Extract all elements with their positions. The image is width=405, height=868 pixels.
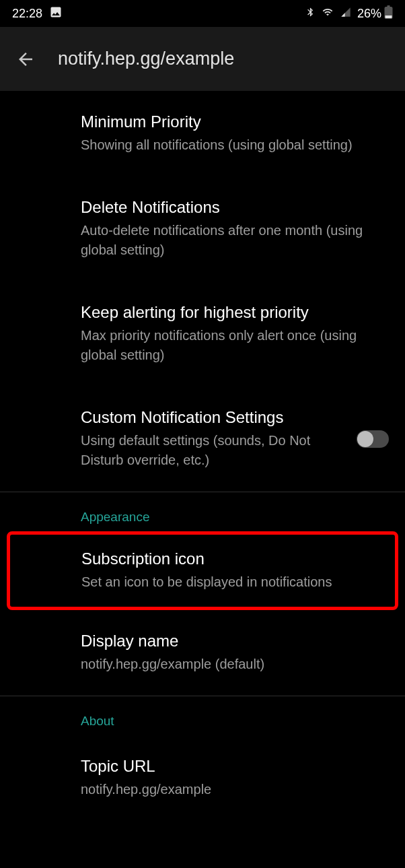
setting-subtitle: Set an icon to be displayed in notificat… xyxy=(81,572,385,592)
battery-icon xyxy=(384,5,393,22)
setting-delete-notifications[interactable]: Delete Notifications Auto-delete notific… xyxy=(0,176,405,281)
status-bar: 22:28 26% xyxy=(0,0,405,27)
setting-title: Custom Notification Settings xyxy=(81,408,343,427)
setting-custom-notification[interactable]: Custom Notification Settings Using defau… xyxy=(0,387,405,492)
status-right: 26% xyxy=(305,5,393,22)
status-left: 22:28 xyxy=(12,5,63,22)
setting-subtitle: notify.hep.gg/example (default) xyxy=(81,655,389,674)
arrow-back-icon xyxy=(15,49,36,69)
setting-keep-alerting[interactable]: Keep alerting for highest priority Max p… xyxy=(0,281,405,387)
setting-subtitle: Max priority notifications only alert on… xyxy=(81,326,389,365)
setting-title: Topic URL xyxy=(81,757,389,776)
status-time: 22:28 xyxy=(12,7,42,21)
custom-notification-toggle[interactable] xyxy=(357,430,389,448)
setting-subtitle: notify.hep.gg/example xyxy=(81,780,389,799)
setting-title: Keep alerting for highest priority xyxy=(81,303,389,322)
battery-section: 26% xyxy=(357,5,393,22)
section-header-appearance: Appearance xyxy=(0,492,405,531)
setting-topic-url[interactable]: Topic URL notify.hep.gg/example xyxy=(0,735,405,821)
signal-icon xyxy=(340,7,352,21)
app-bar: notify.hep.gg/example xyxy=(0,27,405,91)
setting-subtitle: Showing all notifications (using global … xyxy=(81,135,389,155)
setting-subtitle: Using default settings (sounds, Do Not D… xyxy=(81,431,343,470)
back-button[interactable] xyxy=(13,47,38,71)
toggle-thumb xyxy=(357,431,373,447)
bluetooth-icon xyxy=(305,6,316,22)
settings-list: Minimum Priority Showing all notificatio… xyxy=(0,91,405,821)
setting-title: Delete Notifications xyxy=(81,198,389,217)
app-title: notify.hep.gg/example xyxy=(58,48,234,69)
setting-title: Subscription icon xyxy=(81,549,385,568)
setting-subscription-icon[interactable]: Subscription icon Set an icon to be disp… xyxy=(7,531,398,610)
setting-title: Display name xyxy=(81,632,389,650)
wifi-icon xyxy=(321,7,334,21)
setting-title: Minimum Priority xyxy=(81,112,389,131)
setting-display-name[interactable]: Display name notify.hep.gg/example (defa… xyxy=(0,610,405,696)
setting-subtitle: Auto-delete notifications after one mont… xyxy=(81,221,389,260)
section-header-about: About xyxy=(0,696,405,735)
image-icon xyxy=(49,5,63,22)
battery-percent: 26% xyxy=(357,7,381,21)
setting-minimum-priority[interactable]: Minimum Priority Showing all notificatio… xyxy=(0,91,405,176)
